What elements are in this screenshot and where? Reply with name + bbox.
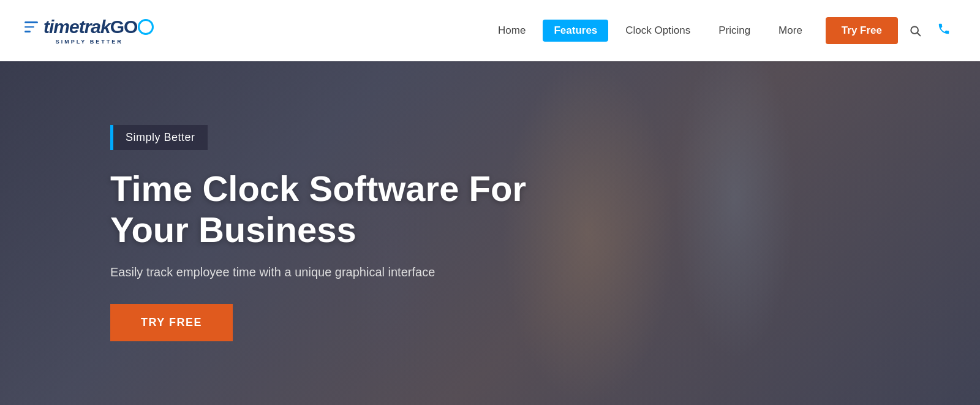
logo-subtitle: SIMPLY BETTER [56,39,123,45]
logo-text: timetrakGO [43,17,154,37]
badge-text: Simply Better [126,131,195,144]
hero-cta-button[interactable]: TRY FREE [110,304,233,341]
speed-line-3 [24,31,31,32]
simply-better-badge: Simply Better [110,125,208,150]
speed-line-1 [24,21,38,23]
hero-section: Simply Better Time Clock Software For Yo… [0,61,980,405]
nav-pricing[interactable]: Pricing [707,20,761,42]
hero-title: Time Clock Software For Your Business [110,168,526,250]
svg-line-1 [918,33,921,36]
nav-features[interactable]: Features [543,20,608,42]
nav-clock-options[interactable]: Clock Options [614,20,701,42]
search-icon[interactable] [904,20,926,42]
hero-subtitle: Easily track employee time with a unique… [110,265,526,279]
hero-title-line1: Time Clock Software For [110,168,526,208]
site-header: timetrakGO SIMPLY BETTER Home Features C… [0,0,980,61]
hero-title-line2: Your Business [110,210,356,249]
logo[interactable]: timetrakGO SIMPLY BETTER [24,17,154,45]
main-nav: Home Features Clock Options Pricing More… [487,17,956,44]
phone-icon[interactable] [932,17,956,44]
logo-ring-icon [138,19,154,35]
speed-line-2 [24,26,34,28]
nav-try-free-button[interactable]: Try Free [826,17,898,44]
nav-home[interactable]: Home [487,20,537,42]
hero-content: Simply Better Time Clock Software For Yo… [110,125,526,341]
nav-more[interactable]: More [767,20,813,42]
